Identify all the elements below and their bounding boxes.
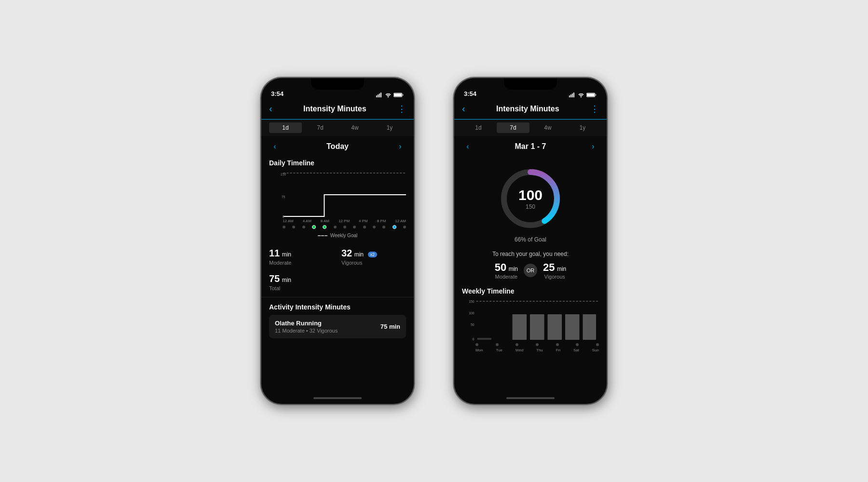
tab-7d-1[interactable]: 7d [304, 122, 337, 133]
period-prev-2[interactable]: ‹ [462, 141, 474, 152]
weekly-timeline-heading: Weekly Timeline [454, 285, 607, 299]
menu-button-1[interactable]: ⋮ [397, 104, 406, 114]
header-title-1: Intensity Minutes [303, 105, 366, 113]
tab-4w-2[interactable]: 4w [531, 122, 564, 133]
app-header-2: ‹ Intensity Minutes ⋮ [454, 99, 607, 120]
goal-moderate-value: 50 [495, 261, 506, 273]
or-label: OR [527, 268, 535, 273]
stats-row-1: 11 min Moderate 32 min x2 Vigorous [261, 242, 414, 271]
status-time-1: 3:54 [271, 90, 284, 97]
weekly-dot-3 [515, 343, 518, 346]
activity-detail: 11 Moderate • 32 Vigorous [275, 328, 338, 334]
bar-thu [530, 314, 544, 340]
activity-heading: Activity Intensity Minutes [269, 303, 406, 311]
goal-vigorous-value: 25 [543, 261, 555, 273]
dot-3 [302, 226, 305, 228]
weekly-dot-5 [556, 343, 559, 346]
dot-8 [373, 226, 376, 228]
dot-activity-2 [323, 225, 326, 229]
legend-text: Weekly Goal [330, 233, 358, 238]
dot-sync [393, 225, 396, 229]
total-row: 75 min Total [261, 271, 414, 297]
svg-rect-0 [376, 95, 377, 97]
ring-svg-wrap: 100 150 [497, 165, 564, 232]
legend-dash [318, 235, 327, 236]
weekly-dot-7 [596, 343, 599, 346]
activity-duration: 75 min [380, 323, 400, 330]
wifi-icon-1 [385, 93, 392, 97]
wifi-icon-2 [578, 93, 584, 97]
dot-6 [353, 226, 356, 228]
period-nav-1: ‹ Today › [261, 136, 414, 157]
svg-text:100: 100 [469, 311, 475, 315]
weekly-dot-1 [475, 343, 478, 346]
total-value: 75 [269, 273, 280, 284]
total-label: Total [269, 285, 406, 291]
phone2-screen: 3:54 ‹ Intensity Minutes ⋮ 1d 7d [454, 78, 607, 404]
chart-legend: Weekly Goal [269, 233, 406, 238]
phones-container: 3:54 ‹ Intensity Minutes ⋮ 1d 7d [260, 77, 608, 405]
tab-1y-1[interactable]: 1y [373, 122, 406, 133]
weekly-dot-6 [576, 343, 579, 346]
weekly-dot-2 [496, 343, 499, 346]
x-label-sat: Sat [573, 348, 579, 352]
x-label-12pm: 12 PM [339, 219, 350, 223]
status-icons-1 [376, 93, 404, 97]
notch-1 [311, 78, 364, 90]
x-label-4pm: 4 PM [359, 219, 368, 223]
vigorous-unit: min [354, 251, 364, 258]
weekly-chart-container: 150 100 50 0 [462, 299, 599, 342]
period-next-1[interactable]: › [394, 141, 406, 152]
dot-10 [403, 226, 406, 228]
dot-1 [283, 226, 285, 228]
tab-4w-1[interactable]: 4w [339, 122, 371, 133]
bar-sun [583, 314, 596, 340]
goal-moderate-unit: min [509, 266, 518, 272]
home-indicator-1 [261, 392, 414, 404]
notch-2 [504, 78, 557, 90]
dot-5 [343, 226, 346, 228]
phone1-wrapper: 3:54 ‹ Intensity Minutes ⋮ 1d 7d [260, 77, 415, 405]
svg-rect-3 [380, 93, 381, 97]
tab-7d-2[interactable]: 7d [497, 122, 529, 133]
bar-sat [565, 314, 580, 340]
daily-timeline-heading: Daily Timeline [261, 157, 414, 171]
dot-7 [363, 226, 366, 228]
phone2-frame: 3:54 ‹ Intensity Minutes ⋮ 1d 7d [453, 77, 608, 405]
period-next-2[interactable]: › [587, 141, 599, 152]
svg-rect-2 [379, 94, 380, 97]
svg-rect-11 [570, 94, 571, 97]
app-header-1: ‹ Intensity Minutes ⋮ [261, 99, 414, 120]
header-title-2: Intensity Minutes [496, 105, 559, 113]
svg-rect-1 [378, 94, 379, 97]
total-unit: min [282, 277, 291, 283]
x-label-fri: Fri [556, 348, 560, 352]
goal-options: 50 min Moderate OR 25 [462, 261, 599, 280]
period-prev-1[interactable]: ‹ [269, 141, 281, 152]
status-bar-2: 3:54 [454, 78, 607, 99]
svg-text:150: 150 [469, 300, 475, 303]
svg-text:0: 0 [283, 215, 285, 218]
ring-center-text: 100 150 [518, 187, 542, 210]
dot-9 [382, 226, 385, 228]
svg-rect-10 [569, 95, 570, 97]
home-bar-1 [313, 397, 362, 399]
svg-text:50: 50 [471, 323, 475, 326]
activity-item[interactable]: Olathe Running 11 Moderate • 32 Vigorous… [269, 315, 406, 338]
period-nav-2: ‹ Mar 1 - 7 › [454, 136, 607, 157]
status-icons-2 [569, 93, 597, 97]
bar-mon [477, 338, 492, 340]
battery-icon-1 [393, 93, 404, 97]
x-label-tue: Tue [496, 348, 502, 352]
tab-1y-2[interactable]: 1y [566, 122, 599, 133]
activity-name: Olathe Running [275, 320, 338, 327]
moderate-value: 11 [269, 248, 280, 258]
back-button-2[interactable]: ‹ [462, 103, 465, 114]
back-button-1[interactable]: ‹ [269, 103, 272, 114]
tab-1d-2[interactable]: 1d [462, 122, 495, 133]
menu-button-2[interactable]: ⋮ [590, 104, 599, 114]
tab-1d-1[interactable]: 1d [269, 122, 302, 133]
home-bar-2 [506, 397, 555, 399]
svg-text:0: 0 [473, 337, 475, 341]
x-label-4am: 4 AM [303, 219, 312, 223]
